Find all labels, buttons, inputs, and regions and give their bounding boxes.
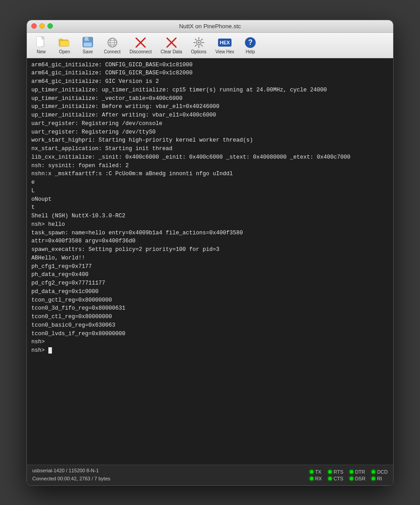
terminal-line: tcon_gctl_reg=0x80000000 [31,296,389,305]
svg-rect-1 [37,37,41,47]
terminal-line: attr=0x400f3588 argv=0x400f36d0 [31,237,389,246]
terminal-line: pd_data_reg=0x1c0000 [31,288,389,296]
terminal-line: pd_cfg2_reg=0x77711177 [31,279,389,288]
disconnect-button[interactable]: Disconnect [126,35,155,56]
dsr-label: DSR [355,476,365,481]
disconnect-label: Disconnect [129,49,151,54]
terminal-line: work_start_highpri: Starting high-priori… [31,136,389,145]
cts-led [328,477,332,480]
svg-rect-2 [42,37,44,39]
terminal-line: spawn_execattrs: Setting policy=2 priori… [31,246,389,254]
terminal-line: Shell (NSH) NuttX-10.3.0-RC2 [31,212,389,220]
terminal-line: tcon0_3d_fifo_reg=0x80000631 [31,304,389,313]
new-label: New [37,49,46,54]
terminal-line: task_spawn: name=hello entry=0x4009b1a4 … [31,229,389,237]
svg-rect-8 [88,37,89,40]
maximize-button[interactable] [47,23,53,29]
terminal-line: e [31,178,389,187]
save-icon [81,36,94,49]
connect-icon [106,36,119,49]
terminal-line: L [31,187,389,195]
disconnect-icon [134,36,147,49]
dcd-indicator: DCD [372,469,388,475]
traffic-lights [31,23,53,29]
ri-label: RI [377,476,382,481]
svg-rect-9 [84,43,92,47]
dcd-led [372,470,375,474]
rts-label: RTS [334,469,343,475]
terminal-line: up_timer_initialize: After writing: vbar… [31,111,389,120]
dtr-indicator: DTR [350,469,365,475]
open-button[interactable]: Open [54,35,75,56]
help-icon: ? [244,36,257,49]
open-label: Open [59,49,70,54]
terminal-line: uart_register: Registering /dev/console [31,120,389,128]
rts-led [328,470,332,474]
dsr-indicator: DSR [350,476,365,481]
save-label: Save [83,49,93,54]
minimize-button[interactable] [39,23,45,29]
close-button[interactable] [31,23,37,29]
ri-led [372,477,375,480]
terminal-line: nx_start_application: Starting init thre… [31,145,389,153]
connect-button[interactable]: Connect [100,35,124,56]
terminal-line: lib_cxx_initialize: _sinit: 0x400c6000 _… [31,153,389,162]
cleardata-label: Clear Data [161,49,182,54]
terminal-line: ABHello, World!! [31,254,389,263]
dcd-label: DCD [377,469,388,475]
viewhex-label: View Hex [215,49,234,54]
terminal-line: t [31,203,389,212]
terminal-line: up_timer_initialize: _vector_table=0x400… [31,95,389,103]
viewhex-button[interactable]: HEX View Hex [212,35,238,56]
new-button[interactable]: New [30,35,52,56]
terminal-line: oNoupt [31,195,389,204]
tx-led [310,470,313,474]
help-label: Help [246,49,255,54]
connect-label: Connect [104,49,120,54]
terminal-line: arm64_gic_initialize: GIC Version is 2 [31,78,389,86]
svg-line-28 [195,45,197,47]
svg-rect-4 [59,39,63,41]
svg-rect-5 [60,41,69,46]
terminal-line: tcon0_lvds_if_reg=0x80000000 [31,330,389,338]
dtr-led [350,470,353,474]
options-button[interactable]: Options [188,35,210,56]
rx-label: RX [315,476,322,481]
cleardata-icon [165,36,178,49]
port-info: usbserial-1420 / 115200 8-N-1 [32,467,310,475]
svg-line-27 [201,39,203,40]
tx-indicator: TX [310,469,322,475]
dtr-label: DTR [355,469,365,475]
main-window: NuttX on PinePhone.stc New [26,20,394,486]
terminal-cursor [48,347,52,354]
terminal-line: ph_cfg1_reg=0x7177 [31,263,389,271]
options-icon [193,36,205,49]
status-connection-info: usbserial-1420 / 115200 8-N-1 Connected … [32,467,310,483]
connection-status: Connected 00:00:42, 2763 / 7 bytes [32,475,310,483]
titlebar: NuttX on PinePhone.stc [27,20,393,33]
cleardata-button[interactable]: Clear Data [157,35,186,56]
statusbar: usbserial-1420 / 115200 8-N-1 Connected … [27,465,393,485]
svg-point-20 [198,42,200,43]
tx-label: TX [315,469,321,475]
terminal-output[interactable]: arm64_gic_initialize: CONFIG_GICD_BASE=0… [27,58,393,465]
window-title: NuttX on PinePhone.stc [179,23,241,30]
open-icon [58,36,71,49]
save-button[interactable]: Save [77,35,99,56]
svg-line-26 [201,45,203,47]
toolbar: New Open Save [27,33,393,58]
rts-indicator: RTS [328,469,343,475]
cts-indicator: CTS [328,476,343,481]
terminal-line: nsh> [31,346,389,355]
terminal-line: tcon0_ctl_reg=0x80000000 [31,313,389,321]
help-button[interactable]: ? Help [240,35,261,56]
terminal-line: nsh: sysinit: fopen failed: 2 [31,162,389,170]
rx-indicator: RX [310,476,322,481]
rx-led [310,477,313,480]
terminal-line: nsh> hello [31,220,389,229]
terminal-line: uart_register: Registering /dev/ttyS0 [31,128,389,137]
terminal-line: nshn:x _msktfaarttf:s :C PcUo0m:m aBnedg… [31,170,389,178]
terminal-line: nsh> [31,338,389,346]
new-icon [35,36,47,49]
ri-indicator: RI [372,476,388,481]
